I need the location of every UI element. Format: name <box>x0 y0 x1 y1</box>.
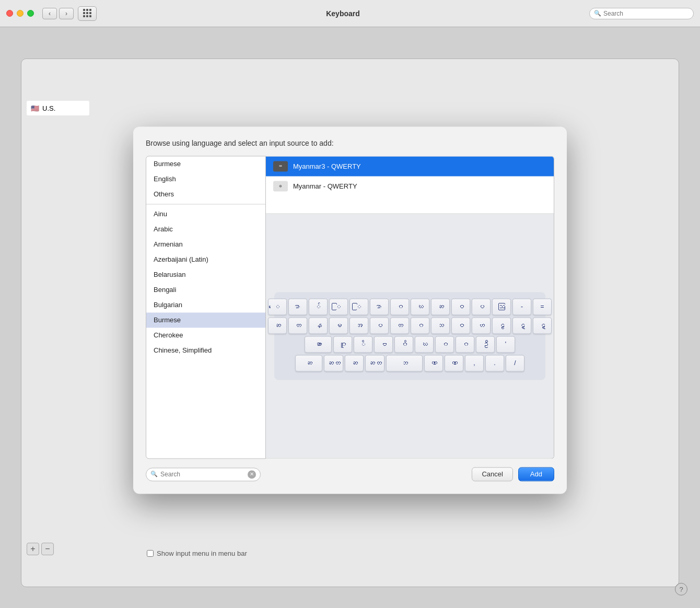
language-item-belarusian[interactable]: Belarusian <box>146 267 265 282</box>
kb-key[interactable]: ဃ <box>411 298 429 315</box>
kb-key[interactable]: ဂိ <box>394 336 413 353</box>
language-list-divider <box>146 204 265 204</box>
remove-keyboard-button[interactable]: − <box>41 543 54 555</box>
minimize-button[interactable] <box>17 10 24 17</box>
language-list[interactable]: Burmese English Others Ainu Arabic Armen… <box>146 156 266 459</box>
source-item-myanmar3[interactable]: ⌨ Myanmar3 - QWERTY <box>266 156 554 176</box>
kb-key[interactable]: တ <box>288 317 307 334</box>
kb-key[interactable]: = <box>533 298 552 315</box>
kb-key[interactable]: ပ <box>472 298 491 315</box>
show-input-label: Show input menu in menu bar <box>157 549 247 557</box>
add-button[interactable]: Add <box>518 467 554 481</box>
kb-key[interactable]: ဂ <box>435 336 454 353</box>
kb-row-4: ဆ ဆတ ဆ ဆတ ဘ ဏ ဏ , . / <box>281 355 539 371</box>
kb-key[interactable]: ေ <box>268 298 287 315</box>
kb-key[interactable]: ဟ <box>472 317 491 334</box>
kb-key[interactable]: ဆ <box>268 317 287 334</box>
kb-key[interactable]: ာ <box>288 298 307 315</box>
search-icon: 🔍 <box>594 10 601 17</box>
traffic-lights <box>6 10 34 17</box>
kb-key[interactable]: / <box>506 355 524 371</box>
kb-key[interactable]: တ <box>390 317 409 334</box>
language-item-burmese-pinned[interactable]: Burmese <box>146 156 265 171</box>
kb-key-space[interactable]: ဘ <box>386 355 423 371</box>
main-area: 🇺🇸 U.S. + − Show input menu in menu bar … <box>0 27 700 608</box>
kb-key[interactable]: ဩ <box>492 298 511 315</box>
language-item-burmese[interactable]: Burmese <box>146 312 265 328</box>
kb-key[interactable]: ဆာ <box>305 336 332 353</box>
language-item-chinese-simplified[interactable]: Chinese, Simplified <box>146 343 265 358</box>
kb-key[interactable]: ပ <box>370 317 389 334</box>
kb-key[interactable]: ဝ <box>451 317 470 334</box>
language-item-cherokee[interactable]: Cherokee <box>146 328 265 343</box>
kb-key[interactable]: န <box>309 317 328 334</box>
language-item-english[interactable]: English <box>146 171 265 186</box>
kb-key[interactable]: ြ <box>329 298 348 315</box>
kb-key[interactable]: ' <box>496 336 515 353</box>
kb-key[interactable]: ဏ <box>445 355 463 371</box>
kb-key[interactable]: ဆတ <box>365 355 384 371</box>
kb-key[interactable]: ် <box>309 298 328 315</box>
kb-key[interactable]: ာ <box>370 298 389 315</box>
kb-key[interactable]: ဗ <box>374 336 393 353</box>
kb-key[interactable]: ဂ <box>456 336 474 353</box>
language-item-armenian[interactable]: Armenian <box>146 237 265 252</box>
myanmar3-icon: ⌨ <box>273 161 288 171</box>
kb-key[interactable]: သ <box>431 317 450 334</box>
language-item-arabic[interactable]: Arabic <box>146 221 265 237</box>
kb-key[interactable]: ဂ <box>411 317 429 334</box>
search-field-icon: 🔍 <box>150 471 158 477</box>
add-keyboard-button[interactable]: + <box>27 543 39 555</box>
language-item-bulgarian[interactable]: Bulgarian <box>146 297 265 312</box>
kb-key[interactable]: ဆ <box>295 355 322 371</box>
kb-key[interactable]: ဋ <box>512 317 531 334</box>
language-item-azerbaijani[interactable]: Azerbaijani (Latin) <box>146 252 265 267</box>
input-source-panel: ⌨ Myanmar3 - QWERTY ⊕ Myanmar - QWERTY ေ… <box>266 156 554 459</box>
close-button[interactable] <box>6 10 13 17</box>
kb-row-2: ဆ တ န မ အ ပ တ ဂ သ ဝ ဟ ဠ ဋ <box>281 317 539 334</box>
show-input-menu-option[interactable]: Show input menu in menu bar <box>147 549 247 557</box>
kb-key[interactable]: ဂူ <box>333 336 352 353</box>
show-input-checkbox[interactable] <box>147 550 154 557</box>
forward-button[interactable]: › <box>59 8 74 19</box>
us-keyboard-item[interactable]: 🇺🇸 U.S. <box>27 101 89 115</box>
language-item-others[interactable]: Others <box>146 186 265 202</box>
source-item-myanmar-label: Myanmar - QWERTY <box>293 182 357 190</box>
keyboard-preview: ေ ာ ် ြ ြ ာ ဂ ဃ ဆ ဝ ပ ဩ - <box>266 214 554 458</box>
grid-view-button[interactable] <box>78 6 97 21</box>
kb-key[interactable]: ဆတ <box>324 355 343 371</box>
kb-key[interactable]: ိ <box>354 336 372 353</box>
title-bar: ‹ › Keyboard 🔍 <box>0 0 700 27</box>
kb-key[interactable]: ဋ <box>533 317 552 334</box>
language-item-bengali[interactable]: Bengali <box>146 282 265 297</box>
window-title: Keyboard <box>97 9 589 18</box>
kb-key[interactable]: ဆ <box>431 298 450 315</box>
kb-key[interactable]: မ <box>329 317 348 334</box>
search-clear-button[interactable]: ✕ <box>248 470 256 478</box>
kb-key[interactable]: ဃ <box>415 336 434 353</box>
back-button[interactable]: ‹ <box>42 8 57 19</box>
kb-key[interactable]: - <box>512 298 531 315</box>
language-search-field[interactable]: 🔍 ✕ <box>146 467 261 481</box>
source-list: ⌨ Myanmar3 - QWERTY ⊕ Myanmar - QWERTY <box>266 156 554 214</box>
kb-key[interactable]: , <box>465 355 484 371</box>
kb-key[interactable]: ြ <box>349 298 368 315</box>
title-search-input[interactable] <box>603 10 689 17</box>
title-search-bar[interactable]: 🔍 <box>589 8 694 19</box>
kb-key[interactable]: အ <box>349 317 368 334</box>
kb-key[interactable]: ဠ <box>492 317 511 334</box>
language-item-ainu[interactable]: Ainu <box>146 206 265 221</box>
help-button[interactable]: ? <box>675 583 687 595</box>
fullscreen-button[interactable] <box>27 10 34 17</box>
kb-key[interactable]: ဆ <box>345 355 364 371</box>
kb-key[interactable]: ဝ <box>451 298 470 315</box>
kb-key[interactable]: ဂ <box>390 298 409 315</box>
kb-key[interactable]: ဦ <box>476 336 495 353</box>
language-search-input[interactable] <box>160 471 245 478</box>
grid-icon <box>83 9 92 18</box>
bg-bottom-controls: + − <box>27 543 54 555</box>
source-item-myanmar[interactable]: ⊕ Myanmar - QWERTY <box>266 176 554 196</box>
kb-key[interactable]: . <box>485 355 504 371</box>
cancel-button[interactable]: Cancel <box>472 467 512 481</box>
kb-key[interactable]: ဏ <box>424 355 443 371</box>
